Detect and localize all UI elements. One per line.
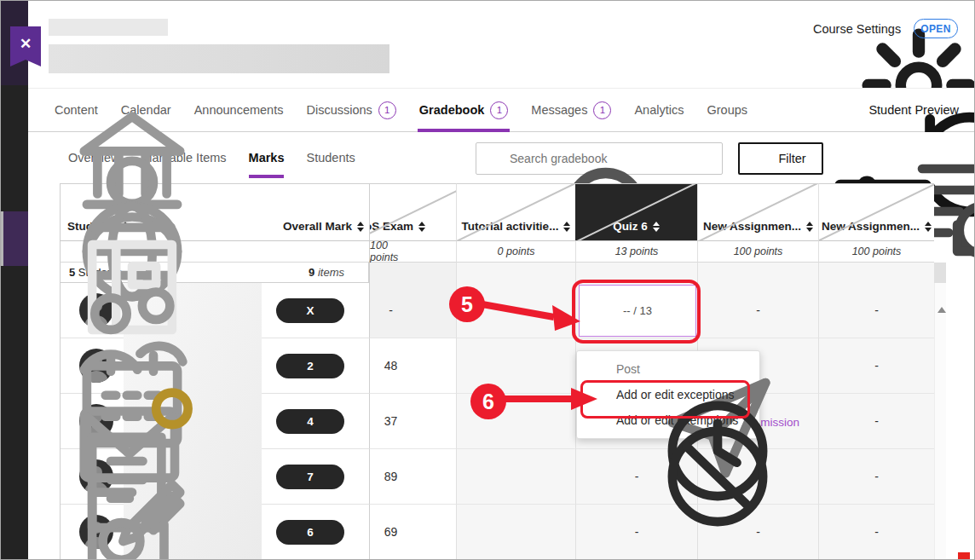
sort-icon: [418, 222, 425, 232]
messages-count-badge: 1: [593, 101, 611, 119]
grade-cell[interactable]: 37: [369, 394, 456, 449]
items-count: 9: [309, 266, 314, 279]
download-icon[interactable]: [897, 147, 920, 170]
column-header-assignment1[interactable]: New Assignmen...: [697, 183, 818, 241]
grade-cell[interactable]: [456, 338, 575, 394]
organizations-icon[interactable]: [4, 268, 25, 289]
institution-icon[interactable]: [4, 101, 25, 121]
redacted-course-title: [49, 44, 389, 73]
sort-icon: [357, 222, 364, 232]
gradebook-search-box: [476, 142, 723, 175]
gear-icon[interactable]: [925, 147, 947, 170]
grade-cell[interactable]: -: [697, 283, 818, 338]
student-preview-icon: [842, 101, 861, 119]
clock-icon: [590, 387, 606, 403]
overall-mark-pill[interactable]: 2: [276, 354, 344, 378]
summary-strip: [818, 263, 934, 283]
tab-gradebook[interactable]: Gradebook1: [419, 89, 509, 131]
points-cell: 100 points: [818, 241, 934, 263]
grade-cell[interactable]: -: [369, 283, 456, 338]
quiz-doc-icon: [625, 191, 647, 213]
column-header-assignment2[interactable]: New Assignmen...: [818, 183, 934, 241]
upload-icon[interactable]: [869, 147, 891, 170]
assignment-doc-icon: [747, 191, 770, 213]
overall-mark-pill[interactable]: 4: [276, 409, 344, 434]
quiz6-grade-edit-cell[interactable]: -- / 13: [579, 285, 696, 337]
exam-column: - 48 37 89 69: [369, 283, 456, 560]
student-preview-button[interactable]: Student Preview: [842, 89, 959, 131]
grade-cell[interactable]: [456, 449, 575, 505]
paper-plane-icon: [590, 361, 606, 378]
points-cell: 100 points: [369, 241, 456, 263]
course-settings-button[interactable]: Course Settings: [791, 21, 901, 36]
test-doc-icon: [388, 191, 410, 213]
filter-button[interactable]: Filter: [738, 142, 823, 175]
search-list-icon[interactable]: [837, 147, 859, 170]
profile-icon[interactable]: [4, 142, 25, 163]
summary-strip: [697, 263, 818, 283]
vertical-scrollbar[interactable]: [934, 283, 946, 560]
discussions-count-badge: 1: [378, 101, 396, 119]
sidebar-active-bar: [0, 211, 3, 266]
menu-item-post[interactable]: Post: [577, 356, 759, 382]
admin-icon[interactable]: [4, 501, 25, 522]
tutorial-doc-icon: [505, 191, 528, 213]
column-header-overall-mark[interactable]: Overall Mark: [283, 220, 364, 233]
search-icon: [486, 152, 500, 166]
calendar-icon[interactable]: [4, 337, 25, 357]
overall-mark-pill[interactable]: 6: [276, 520, 344, 545]
scroll-up-icon[interactable]: [938, 307, 946, 313]
gradebook-count-badge: 1: [490, 101, 508, 119]
course-settings-label: Course Settings: [813, 22, 901, 36]
course-open-badge[interactable]: OPEN: [914, 19, 958, 38]
tab-students[interactable]: Students: [306, 132, 355, 183]
points-cell: 13 points: [575, 241, 697, 263]
sort-icon: [563, 222, 570, 232]
tools-icon[interactable]: [4, 458, 25, 478]
activity-icon[interactable]: [4, 188, 25, 208]
sort-icon: [925, 222, 932, 232]
sort-icon: [653, 222, 660, 232]
points-cell: 0 points: [456, 241, 575, 263]
overall-mark-pill[interactable]: 7: [276, 465, 344, 489]
column-header-tutorial[interactable]: Tutorial activitie...: [456, 183, 575, 241]
tab-groups[interactable]: Groups: [707, 89, 747, 131]
assignment-doc-red-icon: [866, 191, 888, 213]
sort-icon: [806, 222, 813, 232]
tab-messages[interactable]: Messages1: [531, 89, 611, 131]
column-header-exam[interactable]: oS Exam: [369, 183, 456, 241]
gear-icon: [791, 21, 805, 36]
summary-strip: [456, 263, 575, 283]
grade-cell[interactable]: 69: [369, 505, 456, 560]
scrollbar-header-block: [934, 263, 946, 283]
overall-mark-icon: [299, 192, 321, 214]
grade-cell[interactable]: [456, 505, 575, 560]
grade-cell[interactable]: [456, 283, 575, 338]
column-header-quiz6[interactable]: Quiz 6: [575, 183, 697, 241]
base-navigation-sidebar: [0, 0, 28, 560]
courses-icon[interactable]: [4, 223, 25, 244]
ban-icon: [590, 413, 606, 429]
messages-icon[interactable]: [4, 379, 25, 400]
points-cell: 100 points: [697, 241, 818, 263]
filter-icon: [755, 151, 770, 166]
grade-cell[interactable]: -: [818, 283, 934, 338]
corner-marker: [958, 552, 970, 560]
grade-cell-context-menu: Post Add or edit exceptions Add or edit …: [576, 350, 760, 439]
summary-strip: [575, 263, 697, 283]
overall-mark-pill[interactable]: X: [276, 298, 344, 323]
search-input[interactable]: [508, 143, 722, 174]
grades-icon[interactable]: [4, 419, 25, 439]
tab-analytics[interactable]: Analytics: [634, 89, 684, 131]
summary-strip: [369, 263, 456, 283]
tutorial-column: [456, 283, 575, 560]
redacted-course-id: [49, 19, 168, 36]
grade-cell[interactable]: 89: [369, 449, 456, 505]
tab-discussions[interactable]: Discussions1: [306, 89, 395, 131]
grade-cell[interactable]: 48: [369, 338, 456, 394]
grade-cell[interactable]: [456, 394, 575, 449]
